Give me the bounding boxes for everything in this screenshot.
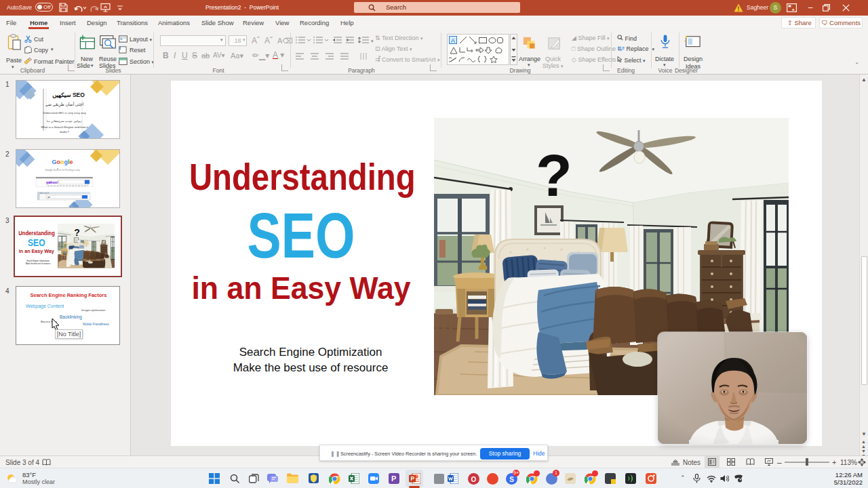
- svg-text:Backlinking: Backlinking: [60, 314, 82, 320]
- svg-text:اچئی آسان طریقے سے: اچئی آسان طریقے سے: [45, 101, 84, 107]
- svg-text:works?: works?: [60, 130, 69, 134]
- svg-text:Understand SEO is very easy wa: Understand SEO is very easy way: [43, 111, 86, 115]
- svg-text:yahoo!: yahoo!: [46, 180, 58, 184]
- svg-text:P: P: [411, 475, 415, 482]
- svg-text:Search Engine Ranking Factors: Search Engine Ranking Factors: [31, 292, 107, 298]
- svg-text:Google: Google: [52, 159, 73, 165]
- svg-text:S: S: [509, 476, 514, 483]
- svg-text:O: O: [471, 476, 476, 483]
- svg-text:A: A: [451, 37, 455, 44]
- svg-text:Google Search I'm Feeling L: Google Search I'm Feeling Lucky: [45, 169, 80, 171]
- svg-text:Images optimization: Images optimization: [81, 308, 106, 312]
- svg-text:Mobile Friendliness: Mobile Friendliness: [83, 323, 110, 326]
- svg-text:P: P: [391, 474, 396, 483]
- svg-text:Webpage Content: Webpage Content: [26, 304, 64, 309]
- svg-text:ریوائین جودب سرچینفائی دیا: ریوائین جودب سرچینفائی دیا: [47, 119, 82, 123]
- svg-text:●▾: ●▾: [47, 196, 50, 199]
- svg-text:What is a Search Engine and ho: What is a Search Engine and how it: [41, 125, 88, 129]
- svg-text:سیکھیں SEO: سیکھیں SEO: [52, 92, 85, 99]
